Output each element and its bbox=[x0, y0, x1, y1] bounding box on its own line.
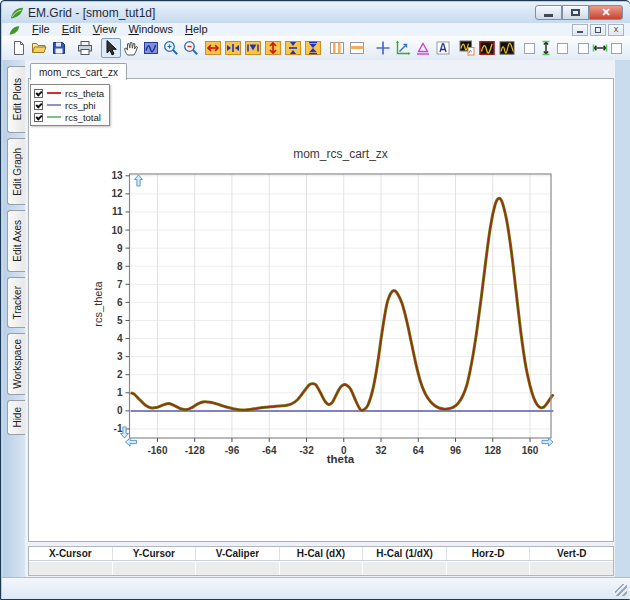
save-button[interactable] bbox=[49, 38, 69, 58]
split-vertical-button[interactable] bbox=[327, 38, 347, 58]
close-icon: ✕ bbox=[601, 7, 610, 18]
y-tick-label: -1 bbox=[114, 423, 123, 434]
legend-checkbox-rcs_phi[interactable] bbox=[34, 101, 43, 110]
window-title: EM.Grid - [smom_tut1d] bbox=[28, 6, 155, 20]
maximize-button[interactable] bbox=[562, 5, 589, 20]
sidebar-tab-edit-graph[interactable]: Edit Graph bbox=[7, 138, 26, 205]
document-tab-label: mom_rcs_cart_zx bbox=[39, 67, 118, 78]
readout-cell bbox=[447, 562, 530, 575]
legend-line-sample bbox=[47, 104, 61, 106]
plot-legend: rcs_thetarcs_phircs_total bbox=[30, 84, 110, 126]
expand-vertical-button[interactable] bbox=[263, 38, 283, 58]
status-bar bbox=[2, 577, 630, 599]
menu-file[interactable]: File bbox=[26, 23, 56, 36]
readout-header-h-cal-dx-: H-Cal (dX) bbox=[280, 547, 364, 560]
legend-label: rcs_phi bbox=[65, 100, 96, 111]
y-axis-label: rcs_theta bbox=[92, 269, 104, 339]
legend-line-sample bbox=[47, 116, 61, 118]
expand-vertical-icon bbox=[264, 39, 282, 57]
open-file-icon bbox=[30, 39, 48, 57]
compress-horizontal-button[interactable] bbox=[223, 38, 243, 58]
readout-cell bbox=[29, 562, 112, 575]
title-bar[interactable]: EM.Grid - [smom_tut1d] ✕ bbox=[2, 2, 630, 23]
print-icon bbox=[76, 39, 94, 57]
caliper-button[interactable] bbox=[413, 38, 433, 58]
text-annotation-button[interactable] bbox=[433, 38, 453, 58]
copy-graph-icon bbox=[458, 39, 476, 57]
zoom-in-icon bbox=[162, 39, 180, 57]
y-tick-label: 7 bbox=[117, 279, 123, 290]
split-vertical-icon bbox=[328, 39, 346, 57]
sidebar-tab-label: Workspace bbox=[12, 333, 23, 395]
graph-style-1-button[interactable] bbox=[477, 38, 497, 58]
select-arrow-button[interactable] bbox=[101, 38, 121, 58]
readout-cell bbox=[363, 562, 446, 575]
resize-grip[interactable] bbox=[615, 584, 627, 596]
minimize-button[interactable] bbox=[535, 5, 562, 20]
graph-style-1-icon bbox=[478, 39, 496, 57]
menu-bar: FileEditViewWindowsHelp x bbox=[2, 23, 630, 36]
text-annotation-icon bbox=[434, 39, 452, 57]
zoom-in-button[interactable] bbox=[161, 38, 181, 58]
sidebar-tab-label: Tracker bbox=[12, 280, 23, 326]
legend-row-rcs_theta: rcs_theta bbox=[34, 87, 104, 99]
fit-vertical-button[interactable] bbox=[303, 38, 323, 58]
menu-help[interactable]: Help bbox=[179, 23, 214, 36]
readout-cell bbox=[530, 562, 613, 575]
mdi-restore-button[interactable] bbox=[590, 24, 606, 36]
zoom-window-button[interactable] bbox=[141, 38, 161, 58]
autoscale-x-button[interactable] bbox=[590, 38, 610, 58]
sidebar-tab-strip: Edit PlotsEdit GraphEdit AxesTrackerWork… bbox=[3, 60, 26, 577]
mdi-close-button[interactable]: x bbox=[608, 24, 624, 36]
print-button[interactable] bbox=[75, 38, 95, 58]
open-file-button[interactable] bbox=[29, 38, 49, 58]
readout-header-v-caliper: V-Caliper bbox=[196, 547, 280, 560]
sidebar-tab-hide[interactable]: Hide bbox=[7, 400, 26, 435]
legend-label: rcs_total bbox=[65, 112, 101, 123]
pan-hand-button[interactable] bbox=[121, 38, 141, 58]
legend-line-sample bbox=[47, 92, 61, 94]
menu-windows[interactable]: Windows bbox=[122, 23, 179, 36]
y-tick-label: 9 bbox=[117, 243, 123, 254]
autoscale-y-right-checkbox[interactable] bbox=[557, 43, 568, 54]
y-tick-label: 12 bbox=[111, 188, 123, 199]
plot-border bbox=[130, 174, 552, 438]
x-axis-label: theta bbox=[130, 453, 551, 465]
fit-horizontal-button[interactable] bbox=[243, 38, 263, 58]
select-arrow-icon bbox=[102, 39, 120, 57]
chart-title: mom_rcs_cart_zx bbox=[130, 147, 551, 161]
mdi-minimize-button[interactable] bbox=[572, 24, 588, 36]
y-tick-label: 8 bbox=[117, 261, 123, 272]
tracker-button[interactable] bbox=[393, 38, 413, 58]
legend-checkbox-rcs_theta[interactable] bbox=[34, 89, 43, 98]
maximize-icon bbox=[571, 9, 580, 16]
sidebar-tab-label: Edit Axes bbox=[12, 214, 23, 268]
sidebar-tab-edit-plots[interactable]: Edit Plots bbox=[7, 66, 26, 133]
close-button[interactable]: ✕ bbox=[589, 5, 623, 20]
autoscale-y-button[interactable] bbox=[536, 38, 556, 58]
graph-style-2-button[interactable] bbox=[497, 38, 517, 58]
zoom-out-button[interactable] bbox=[181, 38, 201, 58]
menu-view[interactable]: View bbox=[87, 23, 123, 36]
crosshair-button[interactable] bbox=[373, 38, 393, 58]
compress-vertical-icon bbox=[284, 39, 302, 57]
axis-pan-right-arrow[interactable] bbox=[542, 438, 553, 446]
copy-graph-button[interactable] bbox=[457, 38, 477, 58]
new-document-button[interactable] bbox=[9, 38, 29, 58]
expand-horizontal-button[interactable] bbox=[203, 38, 223, 58]
menu-edit[interactable]: Edit bbox=[56, 23, 87, 36]
sidebar-tab-tracker[interactable]: Tracker bbox=[7, 277, 26, 328]
split-horizontal-button[interactable] bbox=[347, 38, 367, 58]
compress-vertical-button[interactable] bbox=[283, 38, 303, 58]
document-tab[interactable]: mom_rcs_cart_zx bbox=[30, 63, 127, 80]
fit-vertical-icon bbox=[304, 39, 322, 57]
autoscale-x-left-checkbox[interactable] bbox=[578, 43, 589, 54]
legend-checkbox-rcs_total[interactable] bbox=[34, 113, 43, 122]
sidebar-tab-workspace[interactable]: Workspace bbox=[7, 333, 26, 395]
sidebar-tab-edit-axes[interactable]: Edit Axes bbox=[7, 210, 26, 272]
axis-pan-up-arrow[interactable] bbox=[135, 175, 143, 186]
autoscale-x-right-checkbox[interactable] bbox=[611, 43, 622, 54]
y-tick-label: 5 bbox=[117, 315, 123, 326]
autoscale-y-left-checkbox[interactable] bbox=[524, 43, 535, 54]
axis-pan-left-arrow[interactable] bbox=[126, 438, 137, 446]
